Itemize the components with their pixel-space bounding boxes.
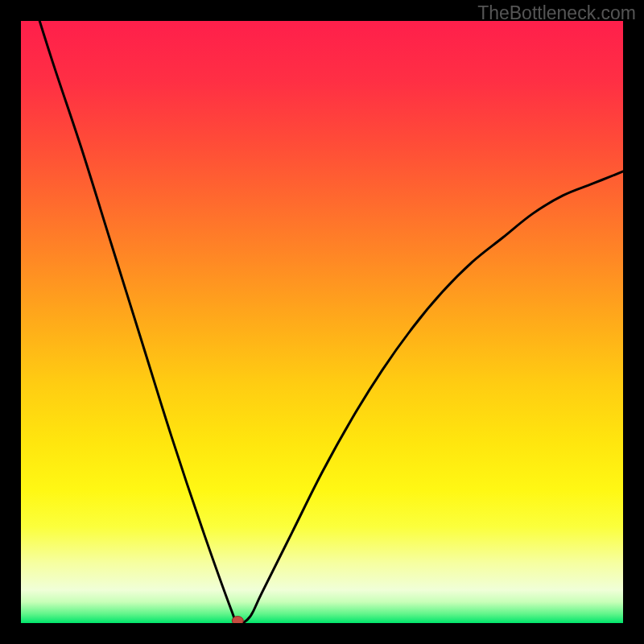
chart-svg: [21, 21, 623, 623]
optimal-point-marker: [232, 617, 243, 624]
chart-background: [21, 21, 623, 623]
watermark-label: TheBottleneck.com: [477, 2, 636, 24]
chart-plot-area: [21, 21, 623, 623]
